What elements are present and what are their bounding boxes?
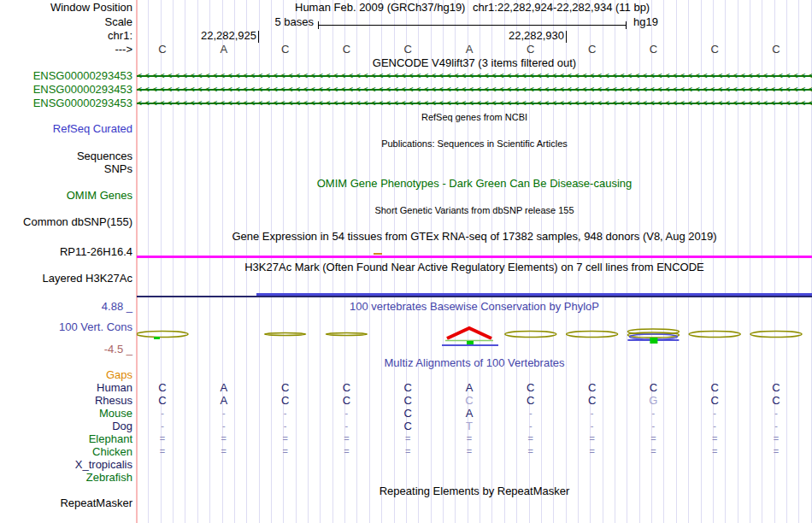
h3k27ac-track-title: H3K27Ac Mark (Often Found Near Active Re… — [137, 261, 812, 273]
track-label-100-vert-cons[interactable]: 100 Vert. Cons — [0, 320, 132, 333]
track-label-gtex-gene[interactable]: RP11-26H16.4 — [0, 245, 132, 258]
refseq-track-title: RefSeq genes from NCBI — [137, 112, 812, 122]
alignment-cell: - — [153, 420, 172, 432]
sequence-base: C — [277, 43, 294, 56]
alignment-cell: = — [644, 445, 662, 458]
sequence-row: CACCCACCCCC — [0, 43, 812, 56]
alignment-cell: C — [460, 394, 479, 407]
alignment-cell: C — [276, 381, 295, 394]
gene-label[interactable]: ENSG00000293453 — [0, 83, 132, 96]
alignment-cell: C — [398, 381, 417, 394]
species-label-chicken[interactable]: Chicken — [0, 445, 132, 458]
alignment-cell: - — [153, 407, 172, 420]
alignment-cell: C — [583, 394, 602, 407]
alignment-cell: - — [705, 407, 724, 420]
alignment-cell: C — [398, 420, 417, 432]
dbsnp-track-title: Short Genetic Variants from dbSNP releas… — [137, 205, 812, 215]
alignment-cell: = — [460, 445, 479, 458]
publications-track-title: Publications: Sequences in Scientific Ar… — [137, 138, 812, 149]
phylop-max-value: 4.88 _ — [0, 300, 132, 313]
alignment-cell: = — [153, 445, 172, 458]
alignment-cell: = — [644, 432, 662, 445]
alignment-cell: = — [276, 445, 295, 458]
sequence-base: C — [522, 43, 539, 56]
alignment-cell: - — [337, 420, 356, 432]
gencode-track-title: GENCODE V49lift37 (3 items filtered out) — [137, 56, 812, 69]
alignment-cell: C — [583, 381, 602, 394]
track-label-layered-h3k27ac[interactable]: Layered H3K27Ac — [0, 272, 132, 285]
alignment-cell: - — [276, 420, 295, 432]
scale-genome-label: hg19 — [633, 15, 658, 28]
sequence-base: C — [584, 43, 601, 56]
species-label-elephant[interactable]: Elephant — [0, 432, 132, 445]
omim-track-title: OMIM Gene Phenotypes - Dark Green Can Be… — [137, 177, 812, 190]
phylop-track-title: 100 vertebrates Basewise Conservation by… — [137, 300, 812, 313]
h3k27ac-signal-navy — [137, 296, 812, 297]
gene-transcript-arrows[interactable]: <<<<<<<<<<<<<<<<<<<<<<<<<<<<<<<<<<<<<<<<… — [137, 97, 812, 109]
alignment-cell: - — [521, 407, 540, 420]
alignment-cell: = — [337, 432, 356, 445]
alignment-cell: C — [767, 394, 786, 407]
assembly-title: Human Feb. 2009 (GRCh37/hg19) — [295, 1, 465, 14]
alignment-cell: = — [215, 445, 233, 458]
species-label-x_tropicalis[interactable]: X_tropicalis — [0, 458, 132, 471]
sequence-base: C — [338, 43, 355, 56]
sequence-base: A — [461, 43, 478, 56]
window-position-label: Window Position — [0, 1, 132, 14]
alignment-cell: - — [583, 420, 602, 432]
species-label-human[interactable]: Human — [0, 381, 132, 394]
species-label-dog[interactable]: Dog — [0, 420, 132, 432]
gtex-track-title: Gene Expression in 54 tissues from GTEx … — [137, 230, 812, 243]
ucsc-genome-browser: Window Position Human Feb. 2009 (GRCh37/… — [0, 0, 812, 523]
track-label-snps[interactable]: SNPs — [0, 162, 132, 175]
alignment-cell: = — [583, 445, 602, 458]
track-label-sequences[interactable]: Sequences — [0, 150, 132, 162]
alignment-cell: = — [337, 445, 356, 458]
scale-value: 5 bases — [137, 15, 314, 28]
scale-label: Scale — [0, 15, 132, 28]
species-label-rhesus[interactable]: Rhesus — [0, 394, 132, 407]
conservation-wiggle — [137, 324, 812, 348]
scale-bar-right-tick — [626, 21, 627, 29]
sequence-base: C — [706, 43, 723, 56]
sequence-base: C — [644, 43, 662, 56]
alignment-cell: - — [644, 407, 662, 420]
alignment-cell: = — [705, 432, 724, 445]
alignment-cell: C — [337, 381, 356, 394]
alignment-cell: = — [215, 432, 233, 445]
position-display: chr1:22,282,924-22,282,934 (11 bp) — [473, 1, 650, 14]
repeatmasker-track-title: Repeating Elements by RepeatMasker — [137, 485, 812, 497]
alignment-cell: = — [398, 432, 417, 445]
sequence-base: C — [768, 43, 785, 56]
alignment-cell: - — [337, 407, 356, 420]
track-label-refseq-curated[interactable]: RefSeq Curated — [0, 122, 132, 135]
alignment-cell: - — [767, 420, 786, 432]
alignment-cell: = — [521, 432, 540, 445]
gene-label[interactable]: ENSG00000293453 — [0, 97, 132, 109]
gtex-expression-tick — [374, 253, 382, 255]
sequence-base: C — [399, 43, 416, 56]
alignment-cell: G — [644, 394, 662, 407]
alignment-cell: = — [767, 445, 786, 458]
h3k27ac-signal-blue — [256, 293, 812, 296]
species-label-zebrafish[interactable]: Zebrafish — [0, 471, 132, 484]
gene-label[interactable]: ENSG00000293453 — [0, 69, 132, 82]
alignment-cell: - — [705, 420, 724, 432]
alignment-cell: = — [705, 445, 724, 458]
ruler-number-2: 22,282,930 — [137, 29, 564, 42]
track-label-common-dbsnp[interactable]: Common dbSNP(155) — [0, 215, 132, 228]
ruler-tick-2 — [566, 31, 567, 43]
alignment-cell: A — [215, 394, 233, 407]
alignment-cell: = — [767, 432, 786, 445]
alignment-cell: C — [398, 394, 417, 407]
alignment-cell: C — [153, 381, 172, 394]
alignment-cell: = — [460, 432, 479, 445]
gene-transcript-arrows[interactable]: <<<<<<<<<<<<<<<<<<<<<<<<<<<<<<<<<<<<<<<<… — [137, 84, 812, 95]
species-label-mouse[interactable]: Mouse — [0, 407, 132, 420]
scale-bar-left-tick — [318, 21, 319, 29]
gtex-gene-bar[interactable] — [137, 256, 812, 258]
gene-transcript-arrows[interactable]: <<<<<<<<<<<<<<<<<<<<<<<<<<<<<<<<<<<<<<<<… — [137, 70, 812, 81]
track-label-omim-genes[interactable]: OMIM Genes — [0, 189, 132, 202]
multiz-gaps-label[interactable]: Gaps — [0, 368, 132, 381]
track-label-repeatmasker[interactable]: RepeatMasker — [0, 497, 132, 509]
